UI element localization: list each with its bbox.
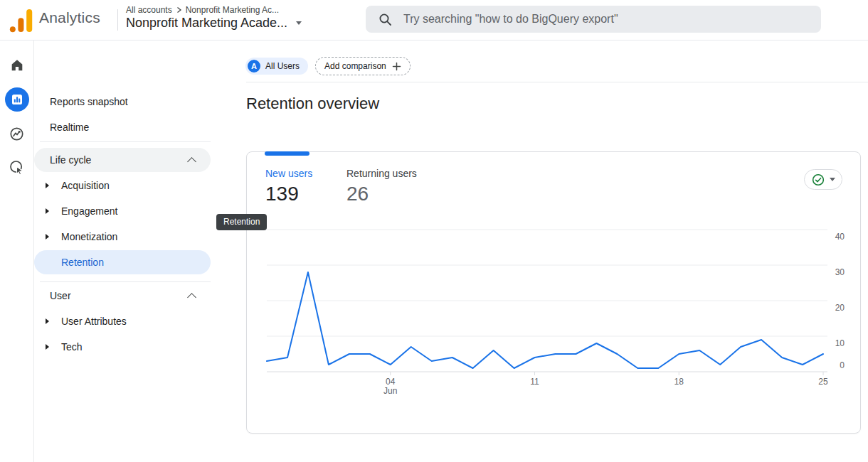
content-divider bbox=[246, 82, 868, 82]
expand-triangle-icon bbox=[46, 208, 49, 214]
sidebar-item-label: Reports snapshot bbox=[50, 96, 128, 107]
search-input[interactable] bbox=[402, 12, 803, 26]
sidebar-item-tech[interactable]: Tech bbox=[34, 335, 211, 359]
sidebar-item-engagement[interactable]: Engagement bbox=[34, 199, 211, 223]
add-comparison-button[interactable]: Add comparison bbox=[315, 57, 411, 75]
sidebar-divider bbox=[40, 141, 211, 142]
sidebar-item-label: Monetization bbox=[61, 231, 117, 242]
chevron-right-icon bbox=[176, 6, 182, 14]
expand-triangle-icon bbox=[46, 318, 49, 324]
sidebar-divider bbox=[40, 281, 211, 282]
add-comparison-label: Add comparison bbox=[324, 61, 386, 71]
search-icon bbox=[379, 13, 392, 26]
rail-item-reports[interactable] bbox=[0, 84, 33, 115]
sidebar-section-life-cycle[interactable]: Life cycle bbox=[34, 148, 211, 172]
svg-text:40: 40 bbox=[835, 232, 845, 242]
sidebar-item-monetization[interactable]: Monetization bbox=[34, 225, 211, 249]
retention-overview-card: New users 139 Returning users 26 0102030… bbox=[246, 151, 861, 434]
rail-item-explore[interactable] bbox=[0, 118, 33, 149]
reports-icon bbox=[11, 93, 23, 106]
reports-sidebar: Reports snapshot Realtime Life cycle Acq… bbox=[34, 40, 216, 462]
sidebar-item-label: Realtime bbox=[50, 122, 89, 133]
expand-triangle-icon bbox=[46, 234, 49, 240]
property-selector[interactable]: Nonprofit Marketing Acade... bbox=[126, 16, 302, 31]
svg-text:0: 0 bbox=[840, 360, 845, 370]
tab-label: New users bbox=[265, 168, 312, 179]
active-nav-circle bbox=[5, 87, 29, 112]
sidebar-item-label: Tech bbox=[61, 341, 83, 353]
chevron-up-icon bbox=[187, 293, 196, 302]
comparison-avatar: A bbox=[248, 60, 260, 72]
page-title: Retention overview bbox=[246, 95, 379, 113]
search-bar[interactable] bbox=[366, 6, 821, 33]
tab-new-users[interactable]: New users 139 bbox=[265, 168, 312, 205]
svg-text:30: 30 bbox=[835, 267, 845, 277]
sidebar-item-realtime[interactable]: Realtime bbox=[34, 115, 211, 139]
section-label: User bbox=[50, 290, 71, 301]
tab-value: 139 bbox=[265, 183, 312, 205]
breadcrumb-root[interactable]: All accounts bbox=[126, 5, 172, 15]
advertising-icon bbox=[9, 160, 25, 176]
svg-text:Jun: Jun bbox=[383, 386, 397, 396]
rail-item-home[interactable] bbox=[0, 50, 33, 81]
nav-rail bbox=[0, 40, 34, 462]
analytics-app: Analytics All accounts Nonprofit Marketi… bbox=[0, 0, 868, 462]
sidebar-item-label: Retention bbox=[61, 257, 104, 268]
sidebar-item-user-attributes[interactable]: User Attributes bbox=[34, 309, 211, 333]
explore-icon bbox=[9, 127, 24, 141]
retention-line-chart: 01020304004Jun111825 bbox=[248, 223, 857, 402]
svg-text:18: 18 bbox=[674, 377, 684, 387]
sidebar-item-label: Engagement bbox=[61, 205, 117, 217]
active-tab-indicator bbox=[265, 151, 309, 156]
expand-triangle-icon bbox=[46, 344, 49, 350]
chevron-up-icon bbox=[187, 157, 196, 166]
data-quality-button[interactable] bbox=[804, 169, 842, 190]
tab-value: 26 bbox=[346, 183, 417, 205]
retention-tooltip: Retention bbox=[216, 214, 267, 230]
section-label: Life cycle bbox=[50, 154, 91, 166]
svg-text:25: 25 bbox=[818, 377, 828, 387]
sidebar-item-acquisition[interactable]: Acquisition bbox=[34, 173, 211, 198]
header-divider bbox=[117, 9, 118, 31]
analytics-logo-icon bbox=[9, 9, 36, 33]
all-users-chip[interactable]: A All Users bbox=[245, 58, 308, 75]
breadcrumb-trail[interactable]: Nonprofit Marketing Ac... bbox=[186, 5, 279, 15]
svg-text:04: 04 bbox=[386, 377, 396, 387]
app-name: Analytics bbox=[39, 9, 100, 26]
svg-text:11: 11 bbox=[530, 377, 539, 387]
sidebar-item-label: Acquisition bbox=[61, 180, 110, 191]
rail-item-advertising[interactable] bbox=[0, 152, 33, 183]
breadcrumb: All accounts Nonprofit Marketing Ac... bbox=[126, 5, 279, 15]
caret-down-icon bbox=[296, 21, 302, 25]
svg-text:20: 20 bbox=[835, 303, 845, 313]
comparison-row: A All Users Add comparison bbox=[245, 57, 411, 75]
app-header: Analytics All accounts Nonprofit Marketi… bbox=[0, 0, 868, 41]
sidebar-item-retention[interactable]: Retention bbox=[34, 250, 211, 274]
comparison-label: All Users bbox=[265, 61, 300, 71]
sidebar-item-label: User Attributes bbox=[61, 316, 127, 327]
property-name: Nonprofit Marketing Acade... bbox=[126, 16, 287, 31]
tab-label: Returning users bbox=[346, 168, 417, 179]
plus-icon bbox=[392, 62, 401, 71]
sidebar-section-user[interactable]: User bbox=[34, 284, 211, 308]
home-icon bbox=[10, 58, 24, 72]
caret-down-icon bbox=[830, 178, 835, 181]
sidebar-item-reports-snapshot[interactable]: Reports snapshot bbox=[34, 90, 211, 114]
expand-triangle-icon bbox=[46, 183, 49, 188]
check-circle-icon bbox=[812, 173, 825, 186]
svg-text:10: 10 bbox=[835, 338, 845, 348]
tab-returning-users[interactable]: Returning users 26 bbox=[346, 168, 417, 205]
